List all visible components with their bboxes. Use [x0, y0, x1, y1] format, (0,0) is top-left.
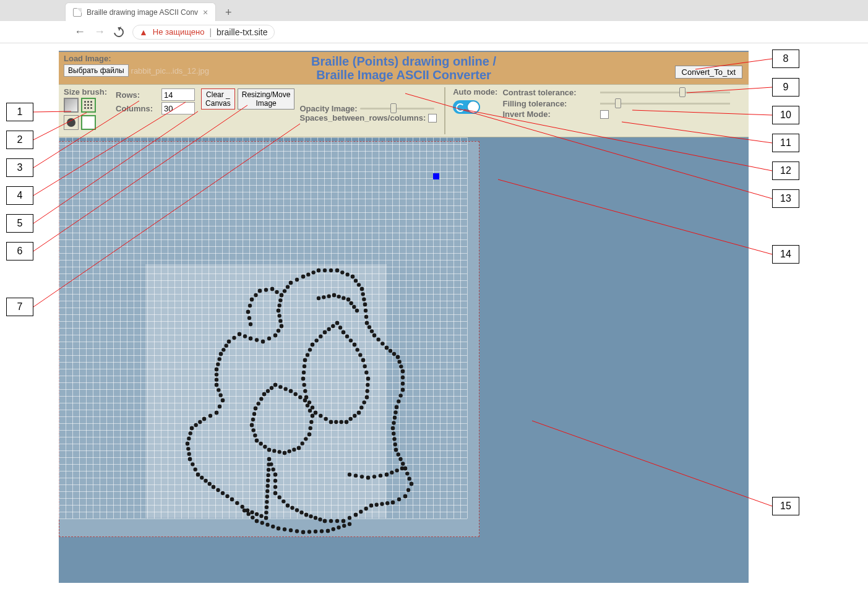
annotation-8: 8 [772, 50, 799, 68]
auto-mode-label: Auto mode: [453, 87, 497, 97]
page-icon [73, 8, 82, 17]
drag-handle-icon[interactable] [433, 173, 439, 179]
spaces-label: Spaces_between_rows/columns: [299, 113, 426, 123]
tab-title: Braille drawing image ASCII Conv [87, 8, 198, 17]
columns-input[interactable] [161, 102, 195, 114]
canvas-area[interactable] [59, 137, 749, 583]
resizing-move-button[interactable]: Resizing/Move Image [238, 88, 295, 110]
annotation-6: 6 [6, 242, 33, 260]
filling-label: Filling tolerance: [502, 99, 595, 108]
annotation-9: 9 [772, 78, 799, 97]
url-host: braille-txt.site [217, 27, 267, 37]
rows-label: Rows: [116, 90, 159, 100]
forward-button[interactable]: → [94, 25, 105, 38]
annotation-15: 15 [772, 497, 799, 515]
auto-mode-toggle[interactable] [453, 100, 480, 114]
contrast-label: Contrast tolerance: [502, 88, 595, 97]
invert-label: Invert Mode: [502, 110, 595, 119]
back-button[interactable]: ← [74, 25, 85, 38]
annotation-1: 1 [6, 103, 33, 121]
brush-gradient-tool[interactable] [64, 98, 79, 113]
address-bar[interactable]: ▲ Не защищено | braille-txt.site [132, 25, 275, 40]
not-secure-label: Не защищено [153, 27, 205, 37]
annotation-7: 7 [6, 298, 33, 316]
contrast-slider[interactable] [600, 87, 730, 97]
brush-square-tool[interactable] [81, 115, 96, 130]
columns-label: Columns: [116, 104, 159, 113]
annotation-3: 3 [6, 158, 33, 177]
warning-icon: ▲ [139, 27, 148, 37]
size-brush-label: Size brush: [64, 87, 107, 97]
brush-circle-tool[interactable] [64, 115, 79, 130]
annotation-14: 14 [772, 245, 799, 264]
new-tab-button[interactable]: + [220, 4, 237, 21]
clear-canvas-button[interactable]: Clear _ Canvas [201, 88, 235, 110]
annotation-2: 2 [6, 131, 33, 149]
browser-tab[interactable]: Braille drawing image ASCII Conv × [65, 2, 216, 21]
annotation-10: 10 [772, 106, 799, 124]
close-icon[interactable]: × [203, 7, 208, 17]
chosen-filename: rabbit_pic...ids_12.jpg [131, 66, 209, 75]
dots-canvas [59, 137, 749, 583]
annotation-12: 12 [772, 161, 799, 180]
opacity-slider[interactable] [360, 103, 434, 113]
load-image-label: Load Image: [64, 54, 744, 63]
rows-input[interactable] [161, 88, 195, 101]
choose-files-button[interactable]: Выбрать файлы [64, 64, 129, 77]
opacity-label: Opacity Image: [299, 104, 357, 113]
annotation-13: 13 [772, 189, 799, 208]
refresh-button[interactable] [112, 25, 126, 38]
annotation-4: 4 [6, 186, 33, 205]
brush-dotgrid-tool[interactable] [81, 98, 96, 113]
annotation-11: 11 [772, 134, 799, 152]
annotation-5: 5 [6, 214, 33, 233]
spaces-checkbox[interactable] [428, 114, 437, 123]
app-header: Load Image: Выбрать файлы rabbit_pic...i… [59, 52, 749, 84]
convert-button[interactable]: Convert_To_txt [675, 66, 742, 79]
filling-slider[interactable] [600, 98, 730, 108]
invert-checkbox[interactable] [600, 110, 609, 119]
